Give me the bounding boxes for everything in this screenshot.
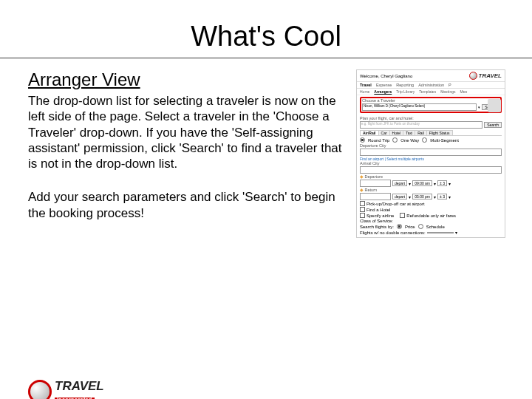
search-flights-by-label: Search flights by: [360,225,394,229]
tab-more[interactable]: P [449,83,451,87]
highlight-box: Choose a Traveler Nixon, William D (Cher… [360,97,502,113]
traveler-dropdown[interactable]: Nixon, William D (Cheryl Gagliano Select… [362,103,477,111]
search-mode-tabs: Air/Rail Car Hotel Taxi Rail Flight Stat… [360,130,502,136]
radio-multiseg[interactable] [422,137,427,143]
paragraph-2: Add your search parameters and click 'Se… [28,189,347,221]
depart-window-select[interactable]: ± 3 [437,180,447,186]
main-tabs: Travel Expense Reporting Administration … [357,81,505,89]
subtab-templates[interactable]: Templates [419,89,436,94]
subtab-triplibrary[interactable]: Trip Library [396,89,415,94]
plan-label: Plan your flight, car and hotel: [360,116,502,120]
tab-air-rail[interactable]: Air/Rail [360,130,379,135]
plan-input[interactable]: e.g. flight from JFK to Paris on thursda… [360,121,482,129]
return-type-select[interactable]: depart [392,194,407,200]
connections-label: Flights w/ no double connections: [360,231,426,235]
avatar-icon [488,99,501,112]
divider [0,57,532,59]
app-logo-small: TRAVEL [469,72,502,80]
departure-city-label: Departure City [360,143,502,148]
tab-hotel[interactable]: Hotel [389,130,404,135]
radio-oneway[interactable] [392,137,398,143]
radio-price[interactable] [397,224,402,229]
sub-tabs: Home Arrangers Trip Library Templates Me… [357,89,505,95]
logo-brand: TRAVEL [55,379,104,393]
tab-administration[interactable]: Administration [418,83,444,87]
footer-logo: TRAVEL incorporated [28,380,104,399]
tab-reporting[interactable]: Reporting [396,83,414,87]
check-car[interactable] [360,201,365,206]
depart-time-select[interactable]: 09:00 am [412,180,432,186]
subtab-home[interactable]: Home [360,89,369,94]
tab-car[interactable]: Car [378,130,390,135]
radio-schedule[interactable] [418,224,423,229]
departure-date-input[interactable] [360,180,391,187]
return-time-select[interactable]: 05:00 pm [412,194,432,200]
connections-select[interactable] [427,232,454,233]
return-window-select[interactable]: ± 3 [437,194,447,200]
check-hotel[interactable] [360,207,365,212]
check-airline[interactable] [360,213,365,218]
depart-type-select[interactable]: depart [392,180,407,186]
class-of-service-label: Class of Service: [360,219,393,223]
tab-travel[interactable]: Travel [360,83,372,87]
tab-flight-status[interactable]: Flight Status [426,130,453,135]
section-subhead: Arranger View [28,69,347,90]
tab-taxi[interactable]: Taxi [403,130,415,135]
subtab-more[interactable]: Mee [460,89,467,94]
departure-city-input[interactable] [360,149,502,156]
subtab-arrangers[interactable]: Arrangers [374,89,392,94]
arrival-city-label: Arrival City [360,161,502,166]
arrival-city-input[interactable] [360,166,502,174]
departure-date-label: Departure [365,174,383,179]
tab-expense[interactable]: Expense [376,83,392,87]
app-screenshot: Welcome, Cheryl Gagliano TRAVEL Travel E… [356,69,505,238]
welcome-text: Welcome, Cheryl Gagliano [360,74,412,78]
body-text-column: Arranger View The drop-down list for sel… [28,69,356,239]
logo-ring-icon [28,380,52,399]
plan-search-button[interactable]: Search [484,122,502,128]
paragraph-1: The drop-down list for selecting a trave… [28,93,347,171]
trip-type-radios: Round Trip One Way Multi-Segment [360,137,502,143]
return-date-input[interactable] [360,193,391,200]
subtab-meetings[interactable]: Meetings [440,89,455,94]
choose-traveler-label: Choose a Traveler [362,98,499,103]
radio-roundtrip[interactable] [360,137,365,143]
check-refundable[interactable] [400,213,405,218]
return-date-label: Return [365,188,378,192]
tab-rail[interactable]: Rail [415,130,427,135]
slide-title: What's Cool [0,21,532,52]
